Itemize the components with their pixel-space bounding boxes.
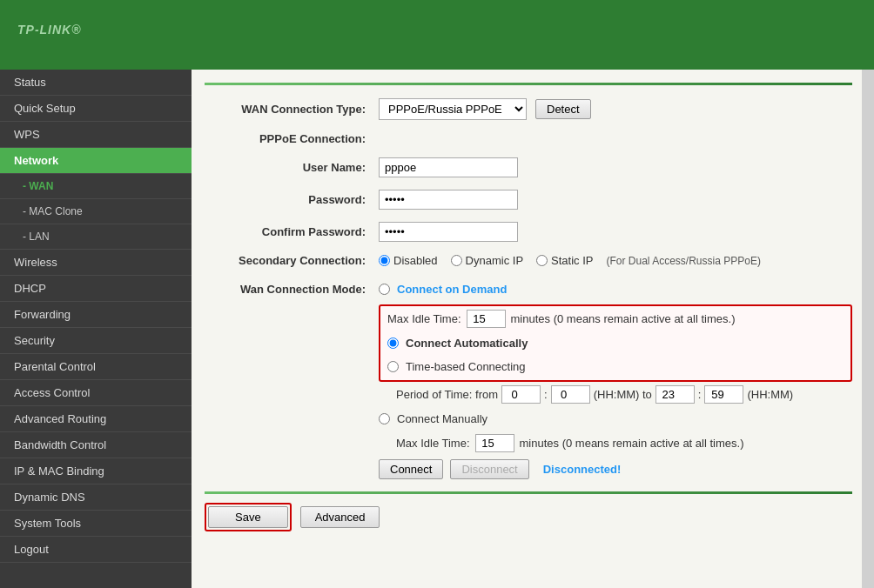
disabled-label: Disabled: [393, 254, 438, 267]
sidebar-item-lan[interactable]: - LAN: [0, 224, 192, 250]
connect-on-demand-radio[interactable]: [379, 284, 390, 295]
max-idle2-input[interactable]: [475, 434, 514, 452]
max-idle-inner-row: Max Idle Time: minutes (0 means remain a…: [387, 310, 844, 328]
sidebar: Status Quick Setup WPS Network - WAN - M…: [0, 70, 192, 588]
wan-connection-mode-row: Wan Connection Mode: Connect on Demand M…: [205, 279, 852, 479]
header: TP-LINK®: [0, 0, 874, 70]
time-based-label: Time-based Connecting: [406, 360, 526, 373]
time-based-row: Time-based Connecting: [387, 357, 844, 377]
sidebar-item-forwarding[interactable]: Forwarding: [0, 302, 192, 328]
colon2: :: [698, 388, 702, 401]
sidebar-item-parental-control[interactable]: Parental Control: [0, 354, 192, 380]
pppoe-connection-label: PPPoE Connection:: [205, 132, 379, 145]
connect-on-demand-label: Connect on Demand: [397, 283, 507, 296]
password-input[interactable]: [379, 190, 518, 210]
wan-connection-type-label: WAN Connection Type:: [205, 103, 379, 116]
sidebar-item-logout[interactable]: Logout: [0, 537, 192, 563]
sidebar-item-access-control[interactable]: Access Control: [0, 380, 192, 406]
max-idle2-label: Max Idle Time:: [396, 437, 470, 450]
username-input[interactable]: [379, 157, 518, 177]
username-label: User Name:: [205, 161, 379, 174]
sidebar-item-system-tools[interactable]: System Tools: [0, 511, 192, 537]
username-row: User Name:: [205, 157, 852, 177]
connect-manually-label: Connect Manually: [397, 412, 487, 425]
static-ip-note: (For Dual Access/Russia PPPoE): [606, 255, 760, 267]
sidebar-item-dhcp[interactable]: DHCP: [0, 276, 192, 302]
top-divider: [205, 83, 852, 85]
save-button[interactable]: Save: [208, 506, 288, 528]
time-based-radio[interactable]: [387, 361, 399, 372]
from-format: (HH:MM) to: [594, 388, 652, 401]
sidebar-item-network[interactable]: Network: [0, 148, 192, 174]
sidebar-item-ip-mac-binding[interactable]: IP & MAC Binding: [0, 458, 192, 484]
wan-connection-mode-label: Wan Connection Mode:: [205, 279, 379, 296]
main-layout: Status Quick Setup WPS Network - WAN - M…: [0, 70, 874, 588]
disabled-radio[interactable]: [379, 255, 390, 266]
max-idle2-row: Max Idle Time: minutes (0 means remain a…: [396, 434, 852, 452]
wan-connection-type-row: WAN Connection Type: PPPoE/Russia PPPoE …: [205, 98, 852, 120]
logo: TP-LINK®: [17, 19, 82, 51]
disconnect-button[interactable]: Disconnect: [450, 459, 528, 479]
pppoe-connection-row: PPPoE Connection:: [205, 132, 852, 145]
secondary-connection-group: Disabled Dynamic IP Static IP (For Dual …: [379, 254, 852, 267]
logo-text: TP-LINK: [17, 23, 71, 37]
max-idle-inner-label: Max Idle Time:: [387, 312, 461, 325]
colon1: :: [544, 388, 548, 401]
detect-button[interactable]: Detect: [535, 99, 591, 119]
advanced-button[interactable]: Advanced: [300, 506, 380, 528]
connect-manually-row: Connect Manually: [379, 409, 852, 429]
connect-button[interactable]: Connect: [379, 459, 443, 479]
sidebar-item-advanced-routing[interactable]: Advanced Routing: [0, 406, 192, 432]
secondary-connection-label: Secondary Connection:: [205, 254, 379, 267]
static-ip-radio[interactable]: [536, 255, 548, 266]
disconnected-status: Disconnected!: [543, 463, 622, 476]
disabled-radio-label[interactable]: Disabled: [379, 254, 438, 267]
period-label: Period of Time: from: [396, 388, 498, 401]
connect-automatically-row: Connect Automatically: [387, 333, 844, 353]
password-row: Password:: [205, 190, 852, 210]
connect-automatically-label: Connect Automatically: [406, 337, 528, 350]
static-ip-radio-label[interactable]: Static IP: [536, 254, 593, 267]
sidebar-item-status[interactable]: Status: [0, 70, 192, 96]
scrollbar[interactable]: [862, 70, 874, 588]
connect-disconnect-row: Connect Disconnect Disconnected!: [379, 459, 852, 479]
bottom-divider: [205, 491, 852, 494]
bottom-buttons: Save Advanced: [205, 503, 852, 531]
sidebar-item-wps[interactable]: WPS: [0, 122, 192, 148]
dynamic-ip-label: Dynamic IP: [466, 254, 523, 267]
save-button-wrap: Save: [205, 503, 292, 531]
dynamic-ip-radio[interactable]: [451, 255, 462, 266]
max-idle-input[interactable]: [467, 310, 506, 328]
sidebar-item-dynamic-dns[interactable]: Dynamic DNS: [0, 484, 192, 511]
sidebar-item-security[interactable]: Security: [0, 328, 192, 354]
confirm-password-row: Confirm Password:: [205, 222, 852, 242]
sidebar-item-wan[interactable]: - WAN: [0, 174, 192, 199]
period-row: Period of Time: from : (HH:MM) to : (HH:…: [396, 385, 852, 404]
max-idle-inner-note: minutes (0 means remain active at all ti…: [511, 312, 736, 325]
content-area: WAN Connection Type: PPPoE/Russia PPPoE …: [192, 70, 874, 588]
logo-sup: ®: [71, 23, 81, 37]
connect-on-demand-row: Connect on Demand: [379, 279, 852, 299]
connection-mode-highlight: Max Idle Time: minutes (0 means remain a…: [379, 304, 852, 382]
period-from-hh[interactable]: [501, 385, 541, 404]
secondary-connection-row: Secondary Connection: Disabled Dynamic I…: [205, 254, 852, 267]
dynamic-ip-radio-label[interactable]: Dynamic IP: [451, 254, 523, 267]
confirm-password-label: Confirm Password:: [205, 225, 379, 238]
password-label: Password:: [205, 193, 379, 206]
static-ip-label: Static IP: [551, 254, 593, 267]
wan-connection-type-control: PPPoE/Russia PPPoE Detect: [379, 98, 852, 120]
sidebar-item-bandwidth-control[interactable]: Bandwidth Control: [0, 432, 192, 458]
max-idle2-note: minutes (0 means remain active at all ti…: [520, 437, 744, 450]
sidebar-item-mac-clone[interactable]: - MAC Clone: [0, 199, 192, 224]
connect-manually-radio[interactable]: [379, 413, 390, 424]
sidebar-item-quick-setup[interactable]: Quick Setup: [0, 96, 192, 122]
period-to-mm[interactable]: [704, 385, 743, 404]
sidebar-item-wireless[interactable]: Wireless: [0, 250, 192, 276]
period-to-hh[interactable]: [656, 385, 695, 404]
wan-connection-type-select[interactable]: PPPoE/Russia PPPoE: [379, 98, 527, 120]
confirm-password-input[interactable]: [379, 222, 518, 242]
form-content: WAN Connection Type: PPPoE/Russia PPPoE …: [192, 70, 874, 588]
to-format: (HH:MM): [747, 388, 793, 401]
connect-automatically-radio[interactable]: [387, 337, 399, 349]
period-from-mm[interactable]: [551, 385, 590, 404]
